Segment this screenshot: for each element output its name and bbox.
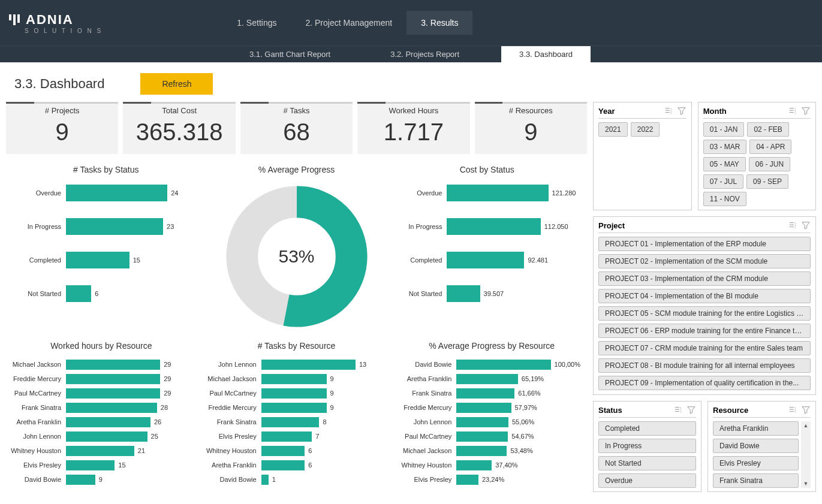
clear-filter-icon[interactable] — [686, 405, 696, 415]
filter-item[interactable]: 2022 — [631, 122, 660, 137]
multi-select-icon[interactable] — [788, 106, 797, 116]
page-header: 3.3. Dashboard Refresh — [0, 62, 822, 102]
chart-title: # Tasks by Resource — [201, 336, 392, 358]
kpi-label: # Tasks — [240, 106, 353, 115]
chart-title: % Average Progress — [211, 160, 383, 182]
bar-row: Elvis Presley23,24% — [401, 473, 582, 486]
filter-item[interactable]: PROJECT 05 - SCM module training for the… — [598, 306, 811, 321]
nav-results[interactable]: 3. Results — [407, 11, 472, 35]
filter-item[interactable]: 01 - JAN — [703, 122, 745, 137]
clear-filter-icon[interactable] — [801, 405, 811, 415]
nav-settings[interactable]: 1. Settings — [222, 11, 291, 35]
bar-fill — [447, 218, 540, 235]
scroll-up-icon[interactable]: ▲ — [803, 422, 809, 428]
nav-project-mgmt[interactable]: 2. Project Management — [291, 11, 407, 35]
chart-tasks-by-resource: # Tasks by Resource John Lennon13Michael… — [201, 336, 392, 487]
bar-value: 121.280 — [552, 189, 576, 197]
filter-item[interactable]: 07 - JUL — [703, 174, 743, 189]
clear-filter-icon[interactable] — [677, 106, 686, 116]
multi-select-icon[interactable] — [788, 405, 797, 415]
bar-value: 26 — [154, 418, 161, 425]
bar-row: Michael Jackson29 — [11, 358, 192, 371]
bar-row: Aretha Franklin26 — [11, 415, 192, 428]
filter-item[interactable]: PROJECT 01 - Implementation of the ERP m… — [598, 237, 811, 251]
bar-label: Completed — [392, 256, 447, 264]
filter-item[interactable]: Frank Sinatra — [713, 473, 799, 488]
subnav-gantt[interactable]: 3.1. Gantt Chart Report — [231, 46, 348, 62]
bar-value: 28 — [161, 404, 168, 411]
scrollbar[interactable]: ▲▼ — [801, 421, 811, 488]
subnav-projects[interactable]: 3.2. Projects Report — [372, 46, 477, 62]
bar-label: John Lennon — [11, 433, 66, 440]
kpi-label: # Resources — [475, 106, 587, 115]
filter-title: Month — [703, 107, 727, 116]
multi-select-icon[interactable] — [788, 221, 797, 230]
bar-label: Elvis Presley — [401, 476, 456, 483]
filter-item[interactable]: PROJECT 02 - Implementation of the SCM m… — [598, 254, 811, 268]
bar-value: 1 — [272, 476, 276, 483]
bar-fill — [66, 360, 160, 370]
bar-fill — [261, 360, 356, 370]
kpi-cost: Total Cost 365.318 — [123, 102, 235, 154]
filter-item[interactable]: PROJECT 09 - Implementation of quality c… — [598, 376, 811, 390]
filter-item[interactable]: David Bowie — [713, 439, 799, 453]
bar-value: 23 — [167, 223, 174, 230]
filter-item[interactable]: 04 - APR — [749, 140, 791, 154]
dashboard-area: # Projects 9 Total Cost 365.318 # Tasks … — [6, 102, 587, 492]
kpi-label: # Projects — [6, 106, 118, 115]
filter-item[interactable]: 11 - NOV — [703, 192, 746, 206]
bar-fill — [66, 475, 95, 485]
top-nav: ADNIA S O L U T I O N S 1. Settings 2. P… — [0, 0, 822, 46]
filter-item[interactable]: PROJECT 03 - Implementation of the CRM m… — [598, 271, 811, 286]
chart-avg-progress: % Average Progress 53% — [211, 160, 383, 331]
multi-select-icon[interactable] — [673, 405, 683, 415]
bar-fill — [261, 388, 327, 399]
bar-value: 9 — [99, 476, 103, 483]
filter-item[interactable]: In Progress — [598, 439, 696, 453]
bar-value: 100,00% — [555, 361, 580, 368]
filter-title: Resource — [713, 406, 748, 415]
filter-item[interactable]: Aretha Franklin — [713, 421, 799, 436]
filter-item[interactable]: PROJECT 07 - CRM module training for the… — [598, 341, 811, 355]
filter-item[interactable]: 2021 — [598, 122, 628, 137]
kpi-projects: # Projects 9 — [6, 102, 118, 154]
bar-row: Whitney Houston6 — [206, 444, 387, 457]
clear-filter-icon[interactable] — [801, 106, 811, 116]
bar-fill — [261, 417, 320, 427]
multi-select-icon[interactable] — [664, 106, 673, 116]
bar-label: Overdue — [392, 189, 447, 197]
bar-row: Frank Sinatra8 — [206, 415, 387, 428]
filter-item[interactable]: PROJECT 06 - ERP module training for the… — [598, 324, 811, 338]
bar-label: John Lennon — [206, 361, 261, 368]
bar-fill — [456, 460, 492, 470]
refresh-button[interactable]: Refresh — [140, 73, 213, 95]
subnav-dashboard[interactable]: 3.3. Dashboard — [501, 46, 591, 62]
filter-item[interactable]: 03 - MAR — [703, 140, 747, 154]
chart-hours-by-resource: Worked hours by Resource Michael Jackson… — [6, 336, 197, 487]
bar-fill — [261, 374, 327, 384]
bar-value: 37,40% — [495, 461, 517, 469]
bar-row: Whitney Houston21 — [11, 444, 192, 457]
filter-item[interactable]: 02 - FEB — [747, 122, 788, 137]
filter-item[interactable]: PROJECT 04 - Implementation of the BI mo… — [598, 289, 811, 303]
bar-fill — [261, 446, 305, 456]
filter-item[interactable]: 09 - SEP — [746, 174, 788, 189]
filter-item[interactable]: PROJECT 08 - BI module training for all … — [598, 358, 811, 373]
bar-row: Freddie Mercury29 — [11, 372, 192, 385]
filter-item[interactable]: Elvis Presley — [713, 456, 799, 470]
sub-nav: 3.1. Gantt Chart Report 3.2. Projects Re… — [0, 46, 822, 62]
bar-value: 23,24% — [482, 476, 504, 483]
clear-filter-icon[interactable] — [801, 221, 811, 230]
filter-item[interactable]: Completed — [598, 421, 696, 436]
bar-label: Elvis Presley — [11, 461, 66, 469]
bar-fill — [261, 475, 269, 485]
filter-item[interactable]: Overdue — [598, 473, 696, 488]
bar-fill — [456, 360, 550, 370]
scroll-down-icon[interactable]: ▼ — [803, 481, 809, 487]
bar-row: Overdue121.280 — [392, 182, 582, 204]
filter-item[interactable]: Not Started — [598, 456, 696, 470]
bar-fill — [261, 431, 312, 442]
filter-item[interactable]: 05 - MAY — [703, 157, 746, 171]
bar-label: Paul McCartney — [11, 390, 66, 397]
filter-item[interactable]: 06 - JUN — [749, 157, 790, 171]
